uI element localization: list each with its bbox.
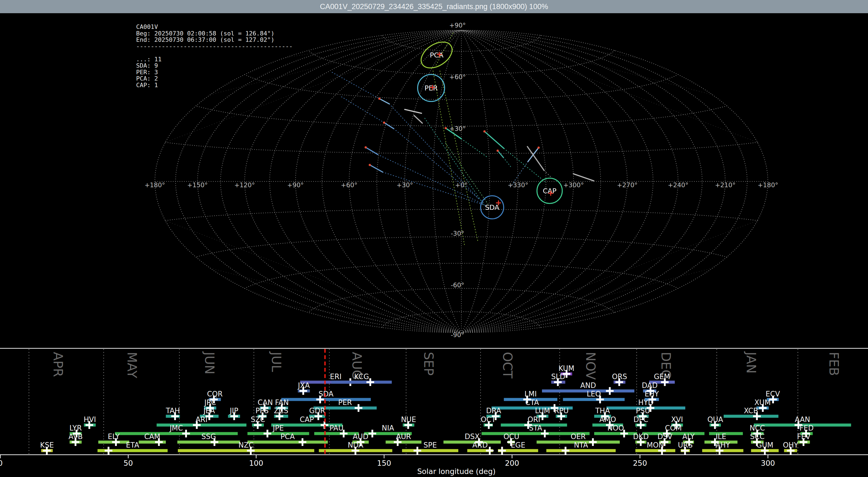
bar-code-label: NZC	[238, 441, 253, 449]
bar-code-label: SPE	[424, 441, 437, 449]
activity-bar	[281, 398, 371, 401]
radiant-label-SDA: SDA	[485, 203, 499, 212]
lon-label: +300°	[563, 182, 584, 189]
lon-label: +120°	[234, 182, 255, 189]
bar-code-label: XVI	[671, 415, 683, 424]
month-label: JAN	[744, 351, 758, 374]
month-label: NOV	[583, 352, 598, 380]
info-line: ----------------------------------------…	[136, 43, 293, 50]
bar-code-label: PCA	[280, 433, 295, 441]
lon-label: +60°	[341, 182, 358, 189]
bar-code-label: QUA	[707, 415, 723, 424]
month-label: JUN	[202, 351, 217, 375]
bar-code-label: ARI	[195, 415, 208, 424]
bar-code-label: LEO	[587, 390, 601, 398]
bar-code-label: HVI	[84, 415, 96, 424]
lat-label: +30°	[449, 125, 466, 132]
x-tick-label: 300	[761, 459, 775, 467]
bar-code-label: ELY	[108, 433, 120, 441]
bar-code-label: NOO	[607, 424, 624, 432]
lon-label: +180°	[145, 182, 165, 189]
month-label: OCT	[500, 352, 515, 379]
meteor-begin-dot	[483, 130, 486, 132]
x-tick-label: 200	[505, 459, 519, 467]
bar-code-label: FEV	[797, 433, 810, 441]
bar-code-label: ECV	[766, 390, 780, 398]
activity-bar	[724, 415, 778, 418]
activity-bar	[563, 398, 625, 401]
radiants-plot: PCAPERSDACAP+180°+150°+120°+90°+60°+30°+…	[0, 0, 868, 477]
x-tick-label: 250	[633, 459, 647, 467]
bar-code-label: LYR	[69, 424, 82, 432]
meteor-begin-dot	[444, 127, 447, 129]
radiant-label-PER: PER	[425, 84, 438, 92]
bar-code-label: SLD	[551, 373, 565, 381]
meteor-begin-dot	[383, 122, 385, 124]
bar-code-label: COM	[665, 424, 682, 432]
bar-code-label: DAD	[642, 381, 657, 389]
bar-code-label: HYD	[638, 399, 653, 407]
bar-code-label: NCC	[750, 424, 765, 432]
activity-bar	[642, 432, 705, 435]
activity-bar	[178, 449, 314, 452]
info-line: CA001V	[136, 23, 158, 30]
activity-bar	[636, 449, 675, 452]
bar-code-label: SCC	[750, 433, 765, 441]
bar-code-label: OHY	[783, 441, 798, 449]
activity-bar	[177, 441, 240, 444]
lon-label: +150°	[187, 182, 208, 189]
plot-background	[0, 0, 868, 477]
bar-code-label: FED	[800, 424, 813, 432]
bar-code-label: TAH	[165, 407, 180, 415]
info-line: Beg: 20250730 02:00:58 (sol = 126.84°)	[136, 30, 274, 37]
activity-bar	[594, 432, 637, 435]
bar-code-label: AND	[581, 381, 596, 389]
activity-bar	[115, 432, 238, 435]
bar-code-label: NIA	[382, 424, 394, 432]
bar-code-label: PPS	[255, 407, 269, 415]
bar-code-label: NTA	[574, 441, 588, 449]
info-line: ...: 11	[136, 56, 162, 63]
lon-label: +270°	[617, 182, 638, 189]
month-label: MAY	[125, 352, 140, 379]
month-label: FEB	[827, 352, 841, 376]
bar-code-label: AUD	[353, 433, 368, 441]
lat-label: -30°	[451, 230, 464, 237]
info-line: End: 20250730 06:37:00 (sol = 127.02°)	[136, 36, 274, 43]
bar-code-label: STA	[529, 424, 542, 432]
bar-code-label: AMO	[599, 415, 616, 424]
bar-code-label: JXA	[298, 381, 310, 389]
bar-code-label: JPE	[272, 424, 284, 432]
bar-code-label: AHY	[715, 441, 730, 449]
bar-code-label: URS	[678, 441, 693, 449]
x-tick-label: 0	[0, 459, 3, 467]
x-tick-label: 50	[123, 459, 133, 467]
bar-code-label: MON	[647, 441, 664, 449]
bar-code-label: LUM	[535, 407, 550, 415]
lon-label: +180°	[758, 182, 778, 189]
info-line: PCA: 2	[136, 75, 158, 82]
bar-code-label: ORI	[528, 415, 540, 424]
x-tick-label: 100	[249, 459, 264, 467]
bar-code-label: AVB	[68, 433, 83, 441]
bar-code-label: KCG	[354, 373, 369, 381]
bar-code-label: CAN	[258, 399, 273, 407]
month-label: APR	[51, 352, 65, 377]
activity-bar	[247, 441, 328, 444]
meteor-begin-dot	[497, 150, 499, 152]
bar-code-label: OER	[570, 433, 586, 441]
bar-code-label: EHY	[645, 390, 659, 398]
window-title: CA001V_20250729_234426_335425_radiants.p…	[320, 2, 548, 11]
lat-label: -60°	[451, 282, 464, 289]
bar-code-label: GEM	[654, 373, 670, 381]
bar-code-label: ORS	[612, 373, 627, 381]
activity-bar	[546, 449, 616, 452]
bar-code-label: JIP	[229, 407, 238, 415]
window-titlebar[interactable]: CA001V_20250729_234426_335425_radiants.p…	[0, 0, 868, 13]
bar-code-label: DSX	[465, 433, 479, 441]
bar-code-label: OCU	[503, 433, 519, 441]
bar-code-label: SSG	[201, 433, 216, 441]
bar-code-label: GDR	[309, 407, 325, 415]
lat-label: +90°	[449, 22, 466, 29]
bar-code-label: ETA	[126, 441, 139, 449]
